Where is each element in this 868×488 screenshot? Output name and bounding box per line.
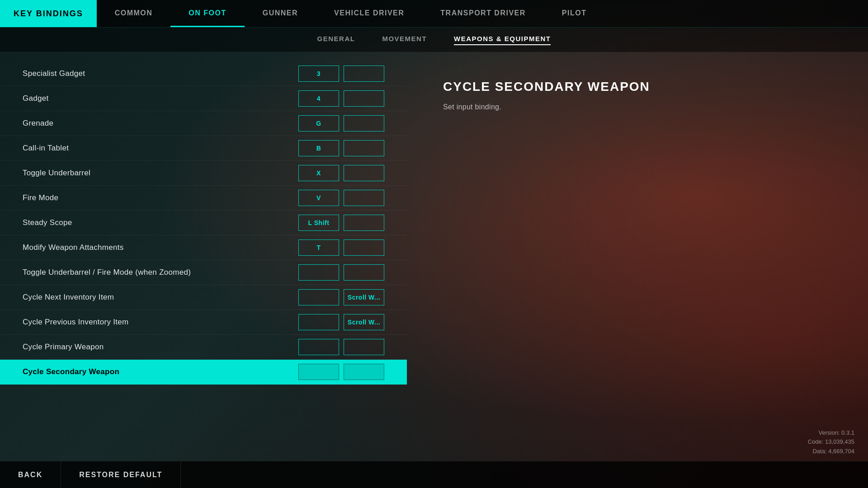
key-binding-secondary[interactable] [344, 239, 384, 256]
key-binding-secondary[interactable]: Scroll W... [344, 314, 384, 330]
key-binding-primary[interactable]: G [298, 115, 339, 131]
key-binding-primary[interactable] [298, 289, 339, 305]
binding-label: Fire Mode [23, 193, 298, 202]
key-binding-primary[interactable] [298, 364, 339, 380]
bindings-panel: Specialist Gadget3Gadget4GrenadeGCall-in… [0, 52, 407, 461]
top-nav: KEY BINDINGS COMMONON FOOTGUNNERVEHICLE … [0, 0, 868, 28]
binding-row[interactable]: Cycle Next Inventory ItemScroll W... [0, 285, 407, 310]
binding-label: Call-in Tablet [23, 144, 298, 153]
binding-row[interactable]: Fire ModeV [0, 186, 407, 211]
sub-nav: GENERALMOVEMENTWEAPONS & EQUIPMENT [0, 28, 868, 52]
nav-tab-transport-driver[interactable]: TRANSPORT DRIVER [422, 0, 543, 27]
binding-row[interactable]: Steady ScopeL Shift [0, 211, 407, 235]
binding-label: Steady Scope [23, 218, 298, 227]
main-area: Specialist Gadget3Gadget4GrenadeGCall-in… [0, 52, 868, 461]
binding-keys: V [298, 190, 384, 206]
binding-keys [298, 264, 384, 281]
nav-tab-vehicle-driver[interactable]: VEHICLE DRIVER [316, 0, 422, 27]
bottom-bar: BACK RESTORE DEFAULT [0, 461, 868, 488]
key-binding-primary[interactable]: 4 [298, 90, 339, 107]
binding-row[interactable]: Cycle Previous Inventory ItemScroll W... [0, 310, 407, 335]
key-binding-primary[interactable]: L Shift [298, 215, 339, 231]
binding-label: Cycle Primary Weapon [23, 343, 298, 352]
info-description: Set input binding. [443, 103, 832, 111]
binding-keys: 4 [298, 90, 384, 107]
key-binding-secondary[interactable] [344, 364, 384, 380]
key-binding-primary[interactable]: T [298, 239, 339, 256]
binding-row[interactable]: Specialist Gadget3 [0, 61, 407, 86]
nav-tab-on-foot[interactable]: ON FOOT [170, 0, 244, 27]
nav-tab-common[interactable]: COMMON [97, 0, 171, 27]
key-binding-secondary[interactable] [344, 190, 384, 206]
key-binding-secondary[interactable] [344, 215, 384, 231]
key-binding-secondary[interactable] [344, 140, 384, 156]
binding-row[interactable]: Gadget4 [0, 86, 407, 111]
key-binding-secondary[interactable] [344, 90, 384, 107]
key-binding-primary[interactable] [298, 314, 339, 330]
binding-row[interactable]: Toggle Underbarrel / Fire Mode (when Zoo… [0, 260, 407, 285]
nav-tab-gunner[interactable]: GUNNER [245, 0, 316, 27]
binding-label: Modify Weapon Attachments [23, 243, 298, 252]
sub-tab-weapons-equipment[interactable]: WEAPONS & EQUIPMENT [454, 35, 551, 45]
info-panel: CYCLE SECONDARY WEAPON Set input binding… [407, 52, 868, 461]
binding-row[interactable]: Cycle Primary Weapon [0, 335, 407, 360]
binding-keys: L Shift [298, 215, 384, 231]
binding-label: Specialist Gadget [23, 69, 298, 78]
key-binding-primary[interactable] [298, 264, 339, 281]
binding-keys: B [298, 140, 384, 156]
binding-label: Cycle Next Inventory Item [23, 293, 298, 302]
key-binding-secondary[interactable] [344, 115, 384, 131]
binding-keys: X [298, 165, 384, 181]
binding-row[interactable]: Toggle UnderbarrelX [0, 161, 407, 186]
binding-keys: Scroll W... [298, 289, 384, 305]
info-title: CYCLE SECONDARY WEAPON [443, 80, 832, 94]
binding-row[interactable]: GrenadeG [0, 111, 407, 136]
key-binding-secondary[interactable] [344, 264, 384, 281]
sub-tab-general[interactable]: GENERAL [317, 35, 355, 45]
key-binding-primary[interactable]: X [298, 165, 339, 181]
restore-default-button[interactable]: RESTORE DEFAULT [61, 461, 181, 488]
binding-keys: 3 [298, 66, 384, 82]
key-binding-secondary[interactable]: Scroll W... [344, 289, 384, 305]
binding-label: Cycle Previous Inventory Item [23, 318, 298, 327]
key-binding-secondary[interactable] [344, 165, 384, 181]
key-binding-secondary[interactable] [344, 66, 384, 82]
nav-tabs: COMMONON FOOTGUNNERVEHICLE DRIVERTRANSPO… [97, 0, 868, 27]
binding-keys: T [298, 239, 384, 256]
binding-label: Toggle Underbarrel / Fire Mode (when Zoo… [23, 268, 298, 277]
brand-label: KEY BINDINGS [0, 0, 97, 27]
binding-label: Toggle Underbarrel [23, 169, 298, 178]
binding-keys [298, 339, 384, 355]
binding-label: Grenade [23, 119, 298, 128]
key-binding-primary[interactable]: 3 [298, 66, 339, 82]
key-binding-primary[interactable]: B [298, 140, 339, 156]
nav-tab-pilot[interactable]: PILOT [544, 0, 605, 27]
key-binding-primary[interactable]: V [298, 190, 339, 206]
binding-label: Gadget [23, 94, 298, 103]
key-binding-secondary[interactable] [344, 339, 384, 355]
binding-keys [298, 364, 384, 380]
sub-tab-movement[interactable]: MOVEMENT [382, 35, 427, 45]
binding-row[interactable]: Modify Weapon AttachmentsT [0, 235, 407, 260]
binding-keys: G [298, 115, 384, 131]
binding-label: Cycle Secondary Weapon [23, 367, 298, 376]
binding-keys: Scroll W... [298, 314, 384, 330]
binding-row[interactable]: Cycle Secondary Weapon [0, 360, 407, 385]
binding-row[interactable]: Call-in TabletB [0, 136, 407, 161]
back-button[interactable]: BACK [0, 461, 61, 488]
key-binding-primary[interactable] [298, 339, 339, 355]
